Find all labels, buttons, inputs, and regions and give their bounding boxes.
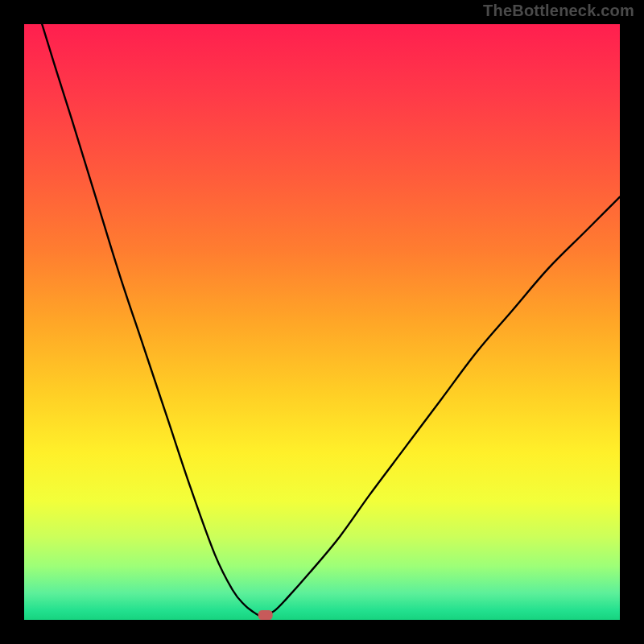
chart-frame: TheBottleneck.com [0,0,644,644]
marker-point [258,610,273,620]
plot-area [24,24,620,620]
gradient-background [24,24,620,620]
watermark-text: TheBottleneck.com [483,2,634,20]
chart-svg [24,24,620,620]
